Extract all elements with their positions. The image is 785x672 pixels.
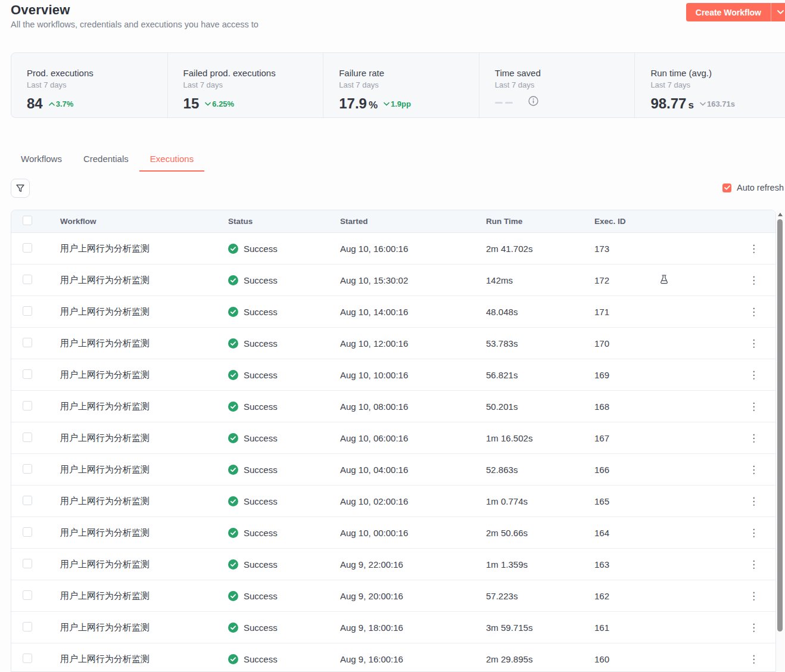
row-checkbox[interactable]	[23, 622, 32, 631]
started-cell: Aug 10, 04:00:16	[329, 465, 475, 475]
stat-card-prod-executions: Prod. executions Last 7 days 84 3.7%	[11, 53, 167, 117]
create-workflow-dropdown-button[interactable]	[771, 3, 785, 21]
stat-label: Failure rate	[339, 68, 479, 78]
workflow-name: 用户上网行为分析监测	[49, 338, 217, 349]
row-checkbox[interactable]	[23, 559, 32, 568]
stat-card-run-time: Run time (avg.) Last 7 days 98.77s 163.7…	[634, 53, 785, 117]
table-row[interactable]: 用户上网行为分析监测 Success Aug 10, 04:00:16 52.8…	[11, 454, 775, 486]
status-label: Success	[244, 623, 278, 633]
runtime-cell: 56.821s	[475, 370, 584, 380]
status-cell: Success	[217, 402, 329, 412]
column-header-workflow: Workflow	[49, 217, 217, 226]
status-label: Success	[244, 559, 278, 570]
status-label: Success	[244, 433, 278, 443]
workflow-name: 用户上网行为分析监测	[49, 275, 217, 286]
stat-trend: 163.71s	[700, 99, 735, 108]
scrollbar-thumb[interactable]	[777, 219, 783, 631]
kebab-menu-icon[interactable]: ⋮	[749, 402, 759, 412]
started-cell: Aug 10, 08:00:16	[329, 402, 475, 412]
kebab-menu-icon[interactable]: ⋮	[749, 528, 759, 538]
kebab-menu-icon[interactable]: ⋮	[749, 496, 759, 506]
started-cell: Aug 10, 12:00:16	[329, 338, 475, 349]
runtime-cell: 52.863s	[475, 465, 584, 475]
kebab-menu-icon[interactable]: ⋮	[749, 559, 759, 570]
create-workflow-button[interactable]: Create Workflow	[686, 3, 771, 21]
started-cell: Aug 9, 22:00:16	[329, 559, 475, 570]
kebab-menu-icon[interactable]: ⋮	[749, 654, 759, 664]
table-row[interactable]: 用户上网行为分析监测 Success Aug 10, 08:00:16 50.2…	[11, 391, 775, 422]
row-checkbox[interactable]	[23, 275, 32, 284]
table-row[interactable]: 用户上网行为分析监测 Success Aug 10, 15:30:02 142m…	[11, 265, 775, 296]
row-checkbox[interactable]	[23, 338, 32, 347]
tab-bar: Workflows Credentials Executions	[10, 151, 204, 172]
success-check-icon	[228, 496, 238, 506]
row-checkbox[interactable]	[23, 369, 32, 379]
stat-trend: 3.7%	[49, 99, 74, 108]
filter-button[interactable]	[11, 179, 30, 198]
kebab-menu-icon[interactable]: ⋮	[749, 433, 759, 443]
trend-up-icon	[49, 101, 55, 107]
table-row[interactable]: 用户上网行为分析监测 Success Aug 10, 12:00:16 53.7…	[11, 328, 775, 359]
tab-workflows[interactable]: Workflows	[10, 151, 73, 172]
table-row[interactable]: 用户上网行为分析监测 Success Aug 9, 20:00:16 57.22…	[11, 580, 775, 612]
status-cell: Success	[217, 623, 329, 633]
kebab-menu-icon[interactable]: ⋮	[749, 307, 759, 317]
vertical-scrollbar[interactable]	[776, 210, 784, 672]
funnel-icon	[15, 183, 25, 193]
success-check-icon	[228, 307, 238, 317]
row-checkbox[interactable]	[23, 401, 32, 410]
status-cell: Success	[217, 465, 329, 475]
status-label: Success	[244, 338, 278, 349]
row-checkbox[interactable]	[23, 590, 32, 600]
workflow-name: 用户上网行为分析监测	[49, 590, 217, 602]
runtime-cell: 57.223s	[475, 591, 584, 601]
runtime-cell: 142ms	[475, 275, 584, 285]
auto-refresh-control[interactable]: Auto refresh	[722, 183, 784, 192]
row-checkbox[interactable]	[23, 306, 32, 316]
auto-refresh-checkbox[interactable]	[722, 183, 731, 192]
kebab-menu-icon[interactable]: ⋮	[749, 623, 759, 633]
page-title: Overview	[11, 2, 70, 18]
table-row[interactable]: 用户上网行为分析监测 Success Aug 10, 02:00:16 1m 0…	[11, 486, 775, 517]
row-checkbox[interactable]	[23, 464, 32, 474]
stat-label: Failed prod. executions	[183, 68, 323, 78]
kebab-menu-icon[interactable]: ⋮	[749, 465, 759, 475]
tab-credentials[interactable]: Credentials	[73, 151, 139, 172]
status-cell: Success	[217, 591, 329, 601]
kebab-menu-icon[interactable]: ⋮	[749, 591, 759, 601]
table-row[interactable]: 用户上网行为分析监测 Success Aug 10, 10:00:16 56.8…	[11, 359, 775, 391]
row-checkbox[interactable]	[23, 243, 32, 253]
success-check-icon	[228, 275, 238, 285]
kebab-menu-icon[interactable]: ⋮	[749, 244, 759, 254]
table-row[interactable]: 用户上网行为分析监测 Success Aug 9, 16:00:16 2m 29…	[11, 643, 775, 672]
table-row[interactable]: 用户上网行为分析监测 Success Aug 9, 22:00:16 1m 1.…	[11, 549, 775, 580]
select-all-checkbox[interactable]	[23, 216, 32, 225]
execid-cell: 170	[584, 338, 649, 349]
auto-refresh-label: Auto refresh	[737, 183, 784, 192]
create-workflow-split-button: Create Workflow	[686, 3, 785, 21]
table-row[interactable]: 用户上网行为分析监测 Success Aug 10, 06:00:16 1m 1…	[11, 422, 775, 454]
kebab-menu-icon[interactable]: ⋮	[749, 275, 759, 285]
table-row[interactable]: 用户上网行为分析监测 Success Aug 10, 16:00:16 2m 4…	[11, 233, 775, 265]
tab-executions[interactable]: Executions	[139, 151, 204, 172]
started-cell: Aug 10, 02:00:16	[329, 496, 475, 506]
info-icon[interactable]	[528, 96, 538, 106]
table-row[interactable]: 用户上网行为分析监测 Success Aug 10, 00:00:16 2m 5…	[11, 517, 775, 549]
workflow-name: 用户上网行为分析监测	[49, 369, 217, 381]
table-row[interactable]: 用户上网行为分析监测 Success Aug 9, 18:00:16 3m 59…	[11, 612, 775, 643]
column-header-execid: Exec. ID	[584, 217, 649, 226]
kebab-menu-icon[interactable]: ⋮	[749, 370, 759, 380]
table-row[interactable]: 用户上网行为分析监测 Success Aug 10, 14:00:16 48.0…	[11, 296, 775, 328]
scrollbar-up-arrow-icon[interactable]	[778, 213, 783, 216]
row-checkbox[interactable]	[23, 433, 32, 442]
row-checkbox[interactable]	[23, 496, 32, 505]
row-checkbox[interactable]	[23, 654, 32, 663]
row-checkbox[interactable]	[23, 527, 32, 537]
kebab-menu-icon[interactable]: ⋮	[749, 338, 759, 349]
check-icon	[724, 185, 730, 190]
stat-value: 17.9%	[339, 95, 378, 112]
status-label: Success	[244, 307, 278, 317]
runtime-cell: 2m 50.66s	[475, 528, 584, 538]
empty-value-dashes	[495, 95, 515, 106]
execid-cell: 163	[584, 559, 649, 570]
